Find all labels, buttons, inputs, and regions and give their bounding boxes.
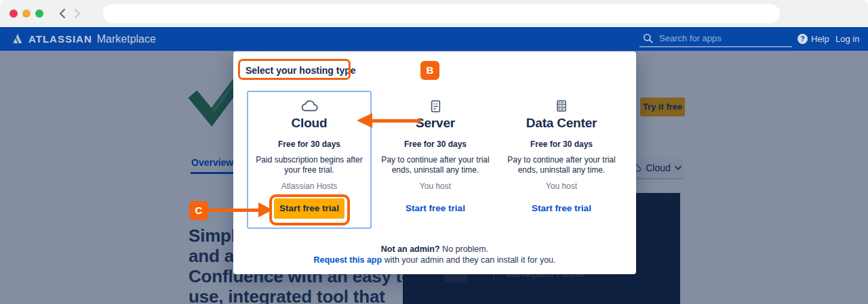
no-problem-text: No problem. (440, 244, 489, 254)
window-controls (9, 9, 43, 18)
annotation-arrow-b-head (357, 113, 372, 128)
login-link[interactable]: Log in (835, 27, 859, 51)
modal-footer: Not an admin? No problem. Request this a… (233, 244, 636, 265)
browser-chrome (0, 0, 868, 27)
option-server: Server Free for 30 days Pay to continue … (371, 91, 500, 229)
footer-tail-text: with your admin and they can install it … (382, 255, 555, 265)
not-an-admin-text: Not an admin? (381, 244, 440, 254)
brand-name: ATLASSIAN (28, 33, 92, 45)
request-this-app-link[interactable]: Request this app (313, 255, 382, 265)
option-host-label: Atlassian Hosts (245, 181, 374, 191)
app-header: ATLASSIAN Marketplace Search for apps ? … (0, 27, 868, 51)
browser-forward-button[interactable] (73, 8, 81, 19)
search-placeholder: Search for apps (659, 33, 722, 43)
header-search-field[interactable]: Search for apps (639, 30, 792, 47)
brand-product: Marketplace (97, 33, 156, 45)
option-host-label: You host (371, 181, 500, 191)
annotation-badge-b: B (420, 61, 439, 80)
option-description: Paid subscription begins after your free… (245, 155, 374, 175)
annotation-arrow-c-shaft (208, 209, 259, 212)
annotation-highlight-start-trial (269, 194, 350, 225)
address-bar[interactable] (103, 4, 780, 23)
search-icon (643, 33, 653, 43)
data-center-start-free-trial-link[interactable]: Start free trial (532, 203, 591, 213)
server-start-free-trial-link[interactable]: Start free trial (406, 203, 465, 213)
option-trial-badge: Free for 30 days (497, 139, 626, 149)
atlassian-mark-icon (11, 33, 24, 45)
hosting-type-modal: Select your hosting type Cloud Free for … (233, 51, 636, 274)
footer-line-2: Request this app with your admin and the… (233, 255, 636, 265)
option-description: Pay to continue after your trial ends, u… (497, 155, 626, 175)
annotation-arrow-b-shaft (372, 119, 421, 123)
page-content: Overview Try it free Cloud Simplify revi… (0, 51, 868, 304)
window-minimize-button[interactable] (22, 9, 31, 18)
help-menu[interactable]: ? Help (797, 27, 829, 51)
option-trial-badge: Free for 30 days (245, 139, 374, 149)
browser-window: ATLASSIAN Marketplace Search for apps ? … (0, 0, 868, 304)
option-trial-badge: Free for 30 days (371, 139, 500, 149)
data-center-icon (555, 100, 568, 112)
option-description: Pay to continue after your trial ends, u… (371, 155, 500, 175)
browser-back-button[interactable] (58, 8, 66, 19)
atlassian-marketplace-logo[interactable]: ATLASSIAN Marketplace (11, 27, 156, 51)
help-icon: ? (797, 34, 808, 44)
footer-line-1: Not an admin? No problem. (233, 244, 636, 255)
annotation-highlight-title (238, 59, 351, 80)
option-name: Cloud (245, 116, 374, 131)
window-zoom-button[interactable] (35, 9, 43, 18)
annotation-arrow-c-head (258, 202, 273, 217)
option-name: Server (371, 116, 500, 131)
window-close-button[interactable] (9, 9, 18, 18)
option-host-label: You host (497, 181, 626, 191)
option-name: Data Center (497, 116, 626, 131)
help-label: Help (811, 34, 829, 44)
server-icon (430, 100, 441, 113)
annotation-badge-c: C (189, 201, 208, 220)
cloud-icon (300, 100, 319, 112)
option-data-center: Data Center Free for 30 days Pay to cont… (497, 91, 626, 229)
